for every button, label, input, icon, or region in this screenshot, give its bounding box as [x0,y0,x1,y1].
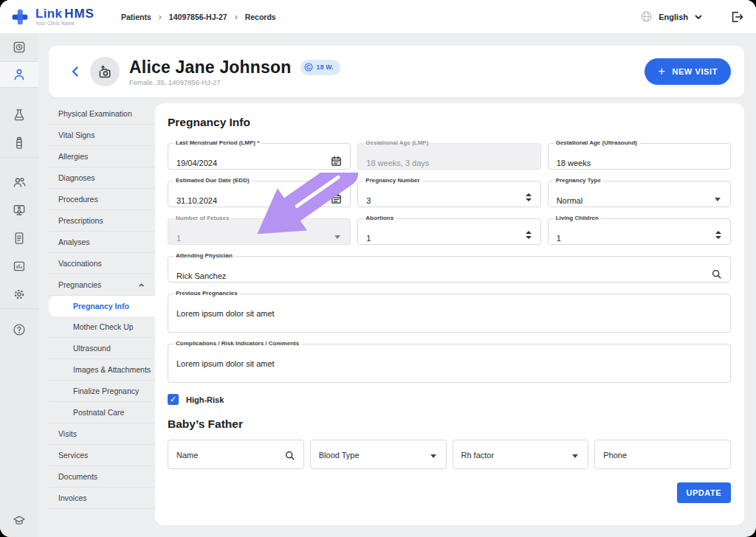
education-icon[interactable] [12,512,27,530]
globe-icon [640,10,653,23]
staff-icon[interactable] [0,168,38,196]
fetus-icon [303,62,314,72]
breadcrumb-separator [229,12,244,22]
field-pregnancy-type[interactable]: Pregnancy Type Normal [548,178,731,207]
nav-postnatal-care[interactable]: Postnatal Care [49,402,155,423]
search-icon[interactable] [710,268,723,280]
nav-mother-check-up[interactable]: Mother Check Up [49,316,155,338]
nav-pregnancies[interactable]: Pregnancies [49,274,155,296]
search-icon[interactable] [284,449,296,462]
calendar-icon[interactable] [330,193,343,205]
workstation-icon[interactable] [0,196,38,224]
nav-procedures[interactable]: Procedures [49,189,155,210]
nav-documents[interactable]: Documents [49,466,155,488]
nav-services[interactable]: Services [49,445,155,466]
medical-cross-icon [10,7,30,27]
breadcrumb: Patients 14097856-HJ-27 Records [120,12,278,22]
update-button[interactable]: UPDATE [677,482,731,503]
nav-vital-signs[interactable]: Vital Signs [49,125,155,146]
babys-father-title: Baby’s Father [168,418,731,431]
father-name-input[interactable]: Name [168,440,304,469]
nav-images-attachments[interactable]: Images & Attachments [49,359,155,381]
nav-analyses[interactable]: Analyses [49,232,155,253]
field-gestational-age-lmp: Gestational Age (LMP) 18 weeks, 3 days [357,140,540,170]
breadcrumb-records[interactable]: Records [244,13,278,21]
form-title: Pregnancy Info [168,116,731,129]
field-last-menstrual-period[interactable]: Last Menstrual Period (LMP) * 19/04/2024 [168,140,351,170]
app-window: LinkHMS Your Clinic Name Patients 140978… [0,0,756,537]
field-estimated-due-date[interactable]: Estimated Due Date (EDD) 31.10.2024 [168,178,351,207]
field-pregnancy-number[interactable]: Pregnancy Number 3 [357,178,540,207]
help-icon[interactable] [0,316,38,344]
add-photo-icon [97,64,113,80]
app-logo[interactable]: LinkHMS Your Clinic Name [10,7,97,27]
nav-vaccinations[interactable]: Vaccinations [49,253,155,274]
field-attending-physician[interactable]: Attending Physician Rick Sanchez [168,253,731,283]
pharmacy-icon[interactable] [0,129,38,157]
top-bar: LinkHMS Your Clinic Name Patients 140978… [0,0,756,34]
father-rh-factor-select[interactable]: Rh factor [453,440,589,469]
language-selector[interactable]: English [659,13,688,21]
nav-visits[interactable]: Visits [49,423,155,445]
nav-pregnancy-info[interactable]: Pregnancy Info [49,296,155,316]
father-phone-input[interactable]: Phone [594,440,731,469]
pregnancy-info-form: Pregnancy Info Last Menstrual Period (LM… [155,103,744,525]
chevron-down-icon[interactable] [694,13,703,21]
calendar-icon[interactable] [330,155,343,167]
patient-header: Alice Jane Johnson 18 W. Female, 35, 140… [49,46,744,97]
number-stepper[interactable] [526,193,532,201]
patient-meta: Female, 35, 14097856-HJ-27 [129,78,340,86]
nav-invoices[interactable]: Invoices [49,488,155,509]
back-icon[interactable] [69,66,81,77]
breadcrumb-separator [153,12,168,22]
settings-icon[interactable] [0,280,38,308]
dropdown-caret-icon[interactable] [430,454,436,458]
field-previous-pregnancies[interactable]: Previous Pregnancies Lorem ipsum dolor s… [168,291,731,333]
nav-finalize-pregnancy[interactable]: Finalize Pregnancy [49,381,155,402]
breadcrumb-patient-id[interactable]: 14097856-HJ-27 [168,13,229,21]
field-number-of-fetuses: Number of Fetuses 1 [168,215,351,245]
icon-sidebar [0,33,38,537]
father-blood-type-select[interactable]: Blood Type [310,440,447,469]
reports-icon[interactable] [0,252,38,280]
pregnancy-week-badge: 18 W. [300,60,340,75]
dropdown-caret-icon[interactable] [715,198,721,201]
nav-allergies[interactable]: Allergies [49,146,155,167]
high-risk-checkbox[interactable]: ✓ [168,394,179,405]
new-visit-button[interactable]: +NEW VISIT [645,58,731,85]
records-icon[interactable] [0,224,38,252]
logo-subtitle: Your Clinic Name [35,21,94,27]
high-risk-label: High-Risk [186,395,224,404]
logout-icon[interactable] [729,10,744,24]
nav-diagnoses[interactable]: Diagnoses [49,167,155,189]
chevron-up-icon [138,282,145,288]
nav-ultrasound[interactable]: Ultrasound [49,338,155,359]
nav-physical-examination[interactable]: Physical Examination [49,103,155,125]
field-abortions[interactable]: Abortions 1 [357,215,540,245]
field-living-children[interactable]: Living Children 1 [548,215,731,245]
avatar[interactable] [90,57,120,86]
breadcrumb-patients[interactable]: Patients [120,13,153,21]
field-gestational-age-ultrasound[interactable]: Gestational Age (Ultrasound) 18 weeks [548,140,731,170]
record-nav: Physical Examination Vital Signs Allergi… [49,103,155,525]
field-complications[interactable]: Complications / Risk Indicators / Commen… [168,341,731,383]
main-area: Alice Jane Johnson 18 W. Female, 35, 140… [38,33,756,537]
patients-icon[interactable] [0,62,38,87]
patient-name: Alice Jane Johnson [129,58,292,77]
schedule-icon[interactable] [0,33,38,61]
number-stepper[interactable] [526,231,532,239]
nav-prescriptions[interactable]: Prescriptions [49,210,155,232]
dropdown-caret-icon [334,235,340,239]
logo-title: LinkHMS [35,7,94,20]
number-stepper[interactable] [715,231,721,239]
lab-icon[interactable] [0,101,38,129]
dropdown-caret-icon[interactable] [572,454,578,458]
